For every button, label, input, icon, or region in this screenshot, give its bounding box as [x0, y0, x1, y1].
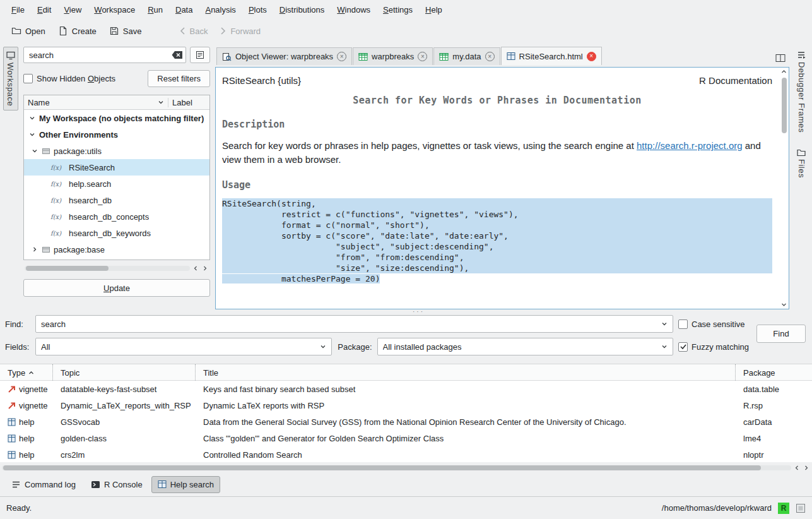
result-row[interactable]: help crs2lm Controlled Random Search nlo…: [0, 446, 812, 463]
forward-button[interactable]: Forward: [215, 23, 266, 40]
tree-item-hsearch-db-concepts[interactable]: hsearch_db_concepts: [24, 208, 209, 225]
dock-tab-workspace[interactable]: Workspace: [3, 47, 18, 110]
result-row[interactable]: help GSSvocab Data from the General Soci…: [0, 414, 812, 430]
chevron-right-icon[interactable]: [30, 246, 38, 253]
clear-search-icon[interactable]: [172, 51, 183, 59]
close-icon[interactable]: [418, 52, 427, 61]
reset-filters-button[interactable]: Reset filters: [148, 70, 210, 87]
tab-object-viewer-warpbreaks[interactable]: Object Viewer: warpbreaks: [216, 47, 352, 65]
scrollbar-thumb[interactable]: [782, 78, 787, 133]
scrollbar-thumb[interactable]: [3, 465, 761, 470]
column-header-name[interactable]: Name: [24, 98, 168, 107]
column-header-label[interactable]: Label: [168, 98, 209, 107]
command-log-button[interactable]: Command log: [5, 476, 82, 493]
scroll-right-icon[interactable]: [201, 265, 209, 273]
scroll-down-icon[interactable]: [781, 302, 787, 307]
dock-tab-files[interactable]: Files: [795, 145, 808, 182]
scroll-left-icon[interactable]: [191, 265, 199, 273]
function-icon: [50, 230, 66, 237]
help-vertical-scrollbar[interactable]: [780, 68, 788, 308]
scrollbar-track[interactable]: [782, 74, 787, 302]
menu-settings[interactable]: Settings: [377, 2, 419, 18]
find-button[interactable]: Find: [756, 325, 806, 343]
help-icon: [8, 451, 16, 459]
tree-item-hsearch-db[interactable]: hsearch_db: [24, 192, 209, 208]
menu-windows[interactable]: Windows: [331, 2, 377, 18]
usage-heading: Usage: [222, 179, 772, 191]
find-combobox[interactable]: search: [35, 315, 673, 333]
r-console-button[interactable]: R Console: [85, 476, 149, 493]
tab-label: RSiteSearch.html: [519, 52, 583, 61]
tab-rsitesearch-html[interactable]: RSiteSearch.html: [501, 47, 602, 65]
fields-combobox[interactable]: All: [35, 338, 332, 355]
menu-analysis[interactable]: Analysis: [199, 2, 242, 18]
column-header-topic[interactable]: Topic: [53, 364, 196, 381]
search-r-project-link[interactable]: http://search.r-project.org: [637, 140, 743, 151]
fuzzy-matching-checkbox[interactable]: Fuzzy matching: [678, 342, 807, 352]
result-row[interactable]: vignette Dynamic_LaTeX_reports_with_RSP …: [0, 397, 812, 414]
close-icon[interactable]: [485, 52, 495, 61]
create-button[interactable]: Create: [53, 22, 102, 40]
workspace-search-input[interactable]: [23, 47, 186, 63]
open-folder-icon: [11, 26, 21, 36]
tree-item-package-base[interactable]: package:base: [24, 241, 209, 258]
open-button[interactable]: Open: [6, 22, 50, 40]
menu-distributions[interactable]: Distributions: [273, 2, 331, 18]
tab-my-data[interactable]: my.data: [433, 47, 500, 65]
tree-item-my-workspace[interactable]: My Workspace (no objects matching filter…: [24, 110, 209, 126]
save-icon: [109, 26, 119, 36]
menu-help[interactable]: Help: [419, 2, 449, 18]
result-type: help: [19, 417, 35, 427]
menu-run[interactable]: Run: [141, 2, 169, 18]
scrollbar-thumb[interactable]: [26, 266, 109, 271]
tree-item-package-utils[interactable]: package:utils: [24, 143, 209, 159]
result-row[interactable]: help golden-class Class '"golden"' and G…: [0, 430, 812, 446]
tree-item-rsitesearch[interactable]: RSiteSearch: [24, 159, 209, 176]
back-button[interactable]: Back: [174, 23, 213, 40]
tree-column-header[interactable]: Name Label: [24, 95, 209, 110]
menu-plots[interactable]: Plots: [242, 2, 273, 18]
help-title: Search for Key Words or Phrases in Docum…: [222, 95, 772, 106]
chevron-down-icon[interactable]: [28, 115, 36, 121]
scroll-right-icon[interactable]: [802, 464, 810, 472]
result-topic: golden-class: [53, 434, 196, 443]
menu-data[interactable]: Data: [169, 2, 199, 18]
menu-file[interactable]: File: [5, 2, 31, 18]
chevron-down-icon: [320, 343, 326, 350]
scroll-left-icon[interactable]: [792, 464, 801, 472]
menu-view[interactable]: View: [57, 2, 88, 18]
tree-horizontal-scrollbar[interactable]: [23, 264, 210, 273]
dock-tab-debugger-frames[interactable]: Debugger Frames: [795, 47, 808, 136]
tree-item-other-environments[interactable]: Other Environments: [24, 126, 209, 143]
tree-item-help-search[interactable]: help.search: [24, 176, 209, 192]
tree-item-hsearch-db-keywords[interactable]: hsearch_db_keywords: [24, 225, 209, 241]
update-button[interactable]: Update: [23, 279, 210, 297]
help-topic: RSiteSearch {utils}: [222, 75, 301, 86]
column-header-title[interactable]: Title: [196, 364, 736, 381]
save-button[interactable]: Save: [104, 22, 147, 40]
split-view-icon[interactable]: [770, 51, 791, 65]
chevron-down-icon[interactable]: [28, 131, 36, 138]
show-hidden-objects-checkbox[interactable]: Show Hidden Objects: [23, 74, 115, 83]
list-options-button[interactable]: [190, 47, 210, 63]
close-icon[interactable]: [337, 52, 346, 61]
usage-code-block: RSiteSearch(string, restrict = c("functi…: [222, 198, 772, 284]
column-header-type[interactable]: Type: [0, 364, 53, 381]
result-row[interactable]: vignette datatable-keys-fast-subset Keys…: [0, 381, 812, 397]
package-combobox[interactable]: All installed packages: [377, 338, 674, 355]
scroll-up-icon[interactable]: [781, 69, 787, 74]
menu-edit[interactable]: Edit: [31, 2, 57, 18]
result-type-cell: help: [0, 417, 53, 427]
checkbox-box-checked: [678, 342, 688, 352]
help-search-button[interactable]: Help search: [151, 476, 220, 493]
menu-workspace[interactable]: Workspace: [88, 2, 141, 18]
results-horizontal-scrollbar[interactable]: [0, 463, 812, 472]
scrollbar-track[interactable]: [2, 465, 791, 470]
close-icon[interactable]: [587, 52, 596, 61]
help-icon: [8, 434, 16, 443]
column-header-package[interactable]: Package: [736, 364, 812, 381]
chevron-down-icon[interactable]: [30, 148, 38, 154]
scrollbar-track[interactable]: [25, 266, 190, 271]
tab-warpbreaks[interactable]: warpbreaks: [353, 47, 433, 65]
r-engine-status-badge[interactable]: R: [778, 503, 789, 514]
